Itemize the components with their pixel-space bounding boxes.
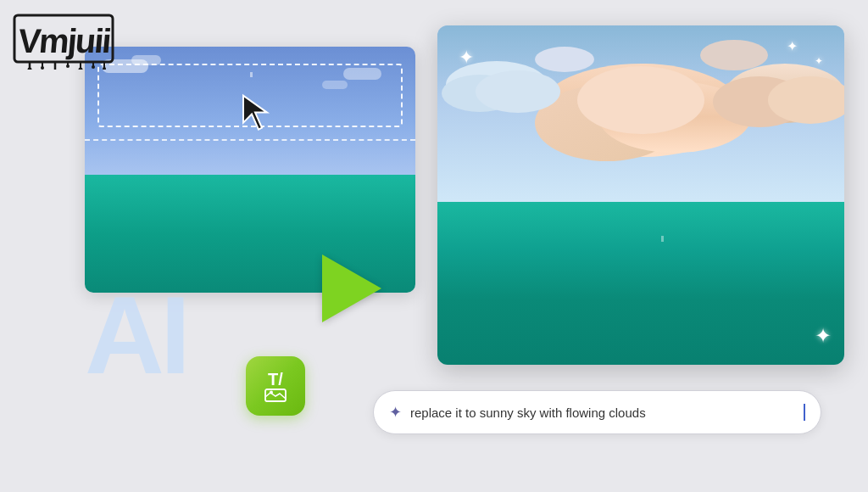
original-sky [85,47,415,175]
text-to-image-badge[interactable]: T/ [246,356,305,416]
svg-text:Vmjuii: Vmjuii [17,22,112,59]
cursor-icon [240,92,274,132]
logo: Vmjuii [13,8,114,73]
result-image: ✦ ✦ ✦ ✦ [437,25,844,365]
sparkle-bottom-right: ✦ [815,324,832,348]
arrow-container [322,254,381,322]
svg-point-26 [476,70,560,113]
badge-icon: T/ [264,371,287,402]
svg-point-14 [92,65,95,69]
sparkle-top-right-small: ✦ [787,38,798,54]
result-sky: ✦ ✦ ✦ [437,25,844,202]
prompt-input-box[interactable]: ✦ replace it to sunny sky with flowing c… [373,390,821,434]
svg-point-9 [28,68,32,70]
badge-image-icon [264,389,287,402]
logo-svg: Vmjuii [13,8,114,70]
svg-point-15 [103,67,106,70]
svg-point-20 [577,66,704,134]
svg-point-12 [66,64,70,68]
svg-point-27 [700,40,768,70]
sparkle-top-right-tiny: ✦ [815,55,823,67]
result-sea: ✦ [437,202,844,365]
prompt-input-text[interactable]: replace it to sunny sky with flowing clo… [410,405,800,420]
sparkle-input-icon: ✦ [389,403,402,422]
svg-point-28 [535,47,594,72]
svg-point-13 [79,68,83,70]
svg-point-30 [270,390,273,394]
cloud-svg [437,25,844,204]
transformation-arrow [322,254,381,322]
ai-label: AI [85,280,186,390]
text-cursor [804,404,805,421]
svg-point-10 [41,66,44,70]
sparkle-top-left: ✦ [459,47,474,69]
